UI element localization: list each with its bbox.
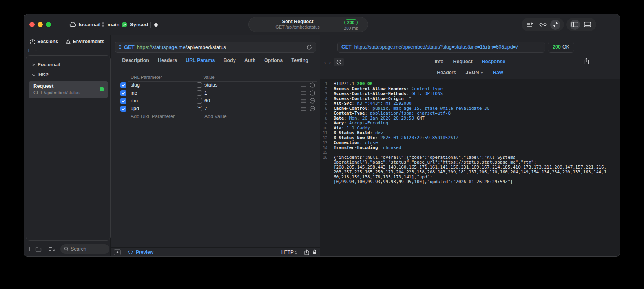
response-tab-response[interactable]: Response: [482, 59, 505, 64]
remove-param-icon[interactable]: [310, 98, 315, 104]
response-status-badge: 200 OK: [548, 42, 574, 53]
sort-list-button[interactable]: [525, 20, 535, 30]
param-value[interactable]: 7: [204, 106, 207, 111]
request-list-item-selected[interactable]: Request GET /api/embed/status: [29, 81, 108, 98]
add-request-button[interactable]: [27, 247, 32, 251]
param-name[interactable]: inc: [131, 90, 137, 96]
add-session-button[interactable]: +: [27, 47, 34, 54]
toggle-left-sidebar-button[interactable]: [570, 20, 580, 30]
git-branch-icon: [101, 22, 105, 27]
response-pane: GET https://statuspage.me/api/embed/stat…: [320, 35, 620, 256]
collapse-panel-button[interactable]: [114, 249, 121, 255]
request-url[interactable]: https://statuspage.me/api/embed/status: [137, 44, 226, 50]
add-value-field[interactable]: Add Value: [204, 114, 227, 119]
equals-icon: =: [197, 98, 202, 104]
reorder-lines-icon[interactable]: [301, 84, 306, 87]
project-menu[interactable]: foe.email: [69, 14, 100, 35]
param-value[interactable]: 1: [204, 90, 207, 96]
reorder-lines-icon[interactable]: [301, 99, 306, 103]
line-number: 14: [320, 145, 331, 151]
request-item-title: Request: [33, 83, 100, 90]
tab-environments[interactable]: Environments: [65, 39, 104, 44]
param-name[interactable]: upd: [131, 106, 139, 111]
tree-group-foe-email[interactable]: Foe.email: [29, 60, 108, 70]
request-status-pill[interactable]: Sent Request GET /api/embed/status 200 2…: [248, 17, 368, 32]
reorder-lines-icon[interactable]: [301, 91, 306, 95]
search-input[interactable]: [71, 246, 106, 252]
param-name[interactable]: slug: [131, 82, 140, 88]
request-url-bar[interactable]: GET https://statuspage.me/api/embed/stat…: [115, 42, 316, 53]
sidebar-tabs: Sessions Environments: [24, 39, 110, 44]
request-tab-url-params[interactable]: URL Params: [186, 58, 215, 63]
add-url-parameter-field[interactable]: Add URL Parameter: [131, 114, 175, 119]
column-url-parameter: URL Parameter: [131, 75, 162, 80]
param-row-upd: upd=7: [111, 105, 320, 113]
request-tab-testing[interactable]: Testing: [291, 58, 308, 63]
chevron-down-icon: ▼: [479, 71, 483, 75]
resend-refresh-icon[interactable]: [306, 44, 312, 50]
param-value[interactable]: status: [204, 82, 217, 88]
response-tab-request[interactable]: Request: [453, 59, 472, 64]
response-subtab-json[interactable]: JSON ▼: [466, 70, 483, 75]
sync-label: Synced: [130, 22, 148, 27]
response-subtabs: HeadersJSON ▼Raw: [320, 70, 620, 75]
tree-group-hsp[interactable]: HSP: [29, 70, 108, 80]
response-tab-info[interactable]: Info: [435, 59, 444, 64]
share-response-icon[interactable]: [584, 58, 589, 64]
request-tab-body[interactable]: Body: [223, 58, 235, 63]
search-icon: [64, 247, 69, 251]
response-line: [0,99.94,100,99.93,99.98,99.95,100],"upd…: [320, 180, 620, 185]
param-enabled-checkbox[interactable]: [120, 106, 126, 112]
traffic-lights: [29, 22, 51, 27]
session-dot-icon[interactable]: [154, 23, 158, 27]
method-selector-icon[interactable]: [119, 45, 122, 49]
tab-sessions[interactable]: Sessions: [30, 39, 58, 44]
response-url-bar[interactable]: GET https://statuspage.me/api/embed/stat…: [337, 42, 545, 53]
request-status-text: Sent Request GET /api/embed/status: [257, 19, 339, 30]
request-tab-auth[interactable]: Auth: [244, 58, 255, 63]
toggle-bottom-panel-button[interactable]: [582, 20, 593, 30]
response-subtab-raw[interactable]: Raw: [493, 70, 503, 75]
request-item-text: Request GET /api/embed/status: [33, 83, 100, 96]
protocol-selector[interactable]: HTTP: [281, 249, 297, 255]
line-content: Transfer-Encoding: chunked: [331, 145, 401, 151]
remove-param-icon[interactable]: [310, 106, 315, 111]
request-tab-headers[interactable]: Headers: [158, 58, 177, 63]
sync-status[interactable]: Synced: [121, 14, 148, 35]
params-table-header: URL Parameter Value: [131, 75, 316, 80]
param-name[interactable]: rtm: [131, 98, 138, 104]
response-method: GET: [341, 44, 352, 50]
response-line: 14Transfer-Encoding: chunked: [320, 145, 620, 151]
reorder-lines-icon[interactable]: [301, 107, 306, 111]
new-folder-button[interactable]: [35, 247, 42, 252]
sidebar-footer: [27, 244, 108, 254]
param-value[interactable]: 60: [204, 98, 210, 104]
remove-param-icon[interactable]: [310, 90, 315, 96]
sync-loop-button[interactable]: [538, 20, 548, 30]
response-subtab-headers[interactable]: Headers: [437, 70, 456, 75]
sort-order-dropdown[interactable]: [49, 247, 55, 251]
param-enabled-checkbox[interactable]: [120, 98, 126, 104]
export-share-icon[interactable]: [304, 249, 309, 255]
preview-toggle[interactable]: Preview: [128, 249, 153, 255]
line-number: 11: [320, 131, 331, 136]
remove-param-icon[interactable]: [310, 82, 315, 88]
project-name: foe.email: [78, 22, 100, 27]
cloud-icon: [69, 22, 76, 27]
request-tab-options[interactable]: Options: [264, 58, 283, 63]
sidebar-search[interactable]: [60, 244, 109, 254]
param-enabled-checkbox[interactable]: [120, 82, 126, 88]
minimize-window-button[interactable]: [38, 22, 43, 27]
response-body[interactable]: 1HTTP/1.1 200 OK2Access-Control-Allow-He…: [320, 79, 620, 256]
toolbar-right: [522, 18, 596, 31]
history-clock-icon: [30, 39, 35, 44]
resend-request-button[interactable]: [550, 20, 560, 30]
request-method[interactable]: GET: [124, 44, 135, 50]
code-icon: [128, 250, 133, 254]
lock-icon[interactable]: [312, 249, 317, 255]
close-window-button[interactable]: [29, 22, 35, 27]
param-enabled-checkbox[interactable]: [120, 90, 126, 96]
zoom-window-button[interactable]: [46, 22, 51, 27]
remove-session-button[interactable]: −: [34, 47, 41, 54]
request-tab-description[interactable]: Description: [122, 58, 149, 63]
